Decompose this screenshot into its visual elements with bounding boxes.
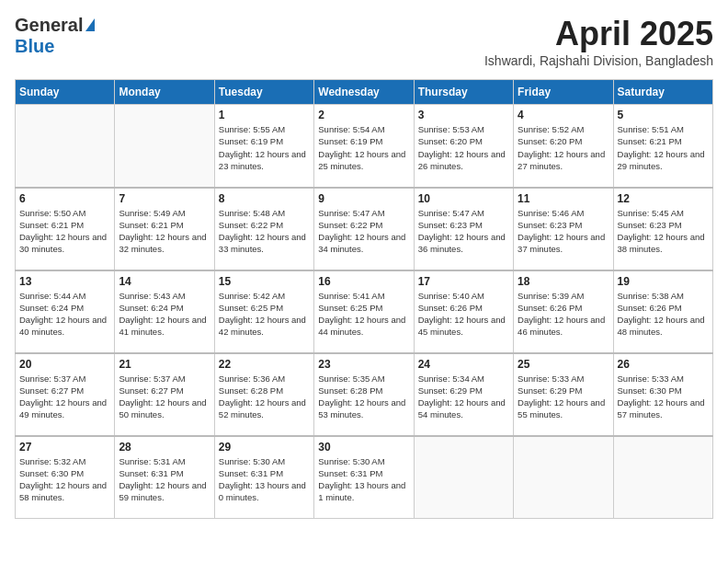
sunset-text: Sunset: 6:25 PM: [318, 302, 409, 314]
daylight-text: Daylight: 12 hours and 41 minutes.: [119, 314, 210, 339]
day-number: 19: [618, 275, 709, 288]
table-row: 4Sunrise: 5:52 AMSunset: 6:20 PMDaylight…: [514, 105, 613, 188]
table-row: [16, 105, 115, 188]
daylight-text: Daylight: 13 hours and 0 minutes.: [219, 479, 310, 504]
day-info: Sunrise: 5:46 AMSunset: 6:23 PMDaylight:…: [518, 207, 609, 256]
sunrise-text: Sunrise: 5:30 AM: [318, 455, 409, 467]
table-row: 17Sunrise: 5:40 AMSunset: 6:26 PMDayligh…: [414, 270, 513, 353]
sunset-text: Sunset: 6:29 PM: [518, 385, 609, 396]
calendar-header-saturday: Saturday: [613, 80, 712, 105]
sunset-text: Sunset: 6:22 PM: [318, 219, 409, 231]
table-row: [613, 436, 712, 519]
daylight-text: Daylight: 12 hours and 26 minutes.: [418, 148, 509, 173]
day-info: Sunrise: 5:54 AMSunset: 6:19 PMDaylight:…: [318, 123, 409, 172]
daylight-text: Daylight: 12 hours and 33 minutes.: [219, 231, 310, 256]
day-number: 13: [19, 275, 110, 288]
table-row: 5Sunrise: 5:51 AMSunset: 6:21 PMDaylight…: [613, 105, 712, 188]
sunset-text: Sunset: 6:23 PM: [518, 219, 609, 231]
month-year-title: April 2025: [484, 15, 713, 53]
sunset-text: Sunset: 6:27 PM: [119, 385, 210, 396]
sunrise-text: Sunrise: 5:35 AM: [318, 373, 409, 385]
sunrise-text: Sunrise: 5:34 AM: [418, 373, 509, 385]
sunset-text: Sunset: 6:21 PM: [19, 219, 110, 231]
sunrise-text: Sunrise: 5:36 AM: [219, 373, 310, 385]
sunrise-text: Sunrise: 5:42 AM: [219, 290, 310, 302]
table-row: 10Sunrise: 5:47 AMSunset: 6:23 PMDayligh…: [414, 188, 513, 270]
sunset-text: Sunset: 6:28 PM: [318, 385, 409, 396]
sunrise-text: Sunrise: 5:51 AM: [618, 123, 709, 135]
daylight-text: Daylight: 12 hours and 27 minutes.: [518, 148, 609, 173]
daylight-text: Daylight: 12 hours and 42 minutes.: [219, 314, 310, 339]
table-row: 1Sunrise: 5:55 AMSunset: 6:19 PMDaylight…: [214, 105, 313, 188]
calendar-header-tuesday: Tuesday: [214, 80, 313, 105]
day-number: 30: [318, 441, 409, 454]
table-row: 2Sunrise: 5:54 AMSunset: 6:19 PMDaylight…: [314, 105, 414, 188]
day-info: Sunrise: 5:53 AMSunset: 6:20 PMDaylight:…: [418, 123, 509, 172]
day-info: Sunrise: 5:45 AMSunset: 6:23 PMDaylight:…: [618, 207, 709, 256]
table-row: 11Sunrise: 5:46 AMSunset: 6:23 PMDayligh…: [514, 188, 613, 270]
table-row: 20Sunrise: 5:37 AMSunset: 6:27 PMDayligh…: [16, 353, 115, 436]
day-number: 8: [219, 192, 310, 205]
sunset-text: Sunset: 6:26 PM: [418, 302, 509, 314]
table-row: 7Sunrise: 5:49 AMSunset: 6:21 PMDaylight…: [115, 188, 214, 270]
calendar-header-friday: Friday: [514, 80, 613, 105]
day-info: Sunrise: 5:32 AMSunset: 6:30 PMDaylight:…: [19, 455, 110, 504]
daylight-text: Daylight: 12 hours and 49 minutes.: [19, 396, 110, 421]
logo-blue-text: Blue: [15, 36, 54, 57]
location-subtitle: Ishwardi, Rajshahi Division, Bangladesh: [484, 53, 713, 68]
daylight-text: Daylight: 12 hours and 58 minutes.: [19, 479, 110, 504]
table-row: 9Sunrise: 5:47 AMSunset: 6:22 PMDaylight…: [314, 188, 414, 270]
calendar-week-row: 6Sunrise: 5:50 AMSunset: 6:21 PMDaylight…: [16, 188, 713, 270]
day-number: 21: [119, 358, 210, 371]
daylight-text: Daylight: 12 hours and 34 minutes.: [318, 231, 409, 256]
sunset-text: Sunset: 6:27 PM: [19, 385, 110, 396]
sunrise-text: Sunrise: 5:47 AM: [418, 207, 509, 219]
day-info: Sunrise: 5:30 AMSunset: 6:31 PMDaylight:…: [219, 455, 310, 504]
logo-triangle-icon: [85, 18, 95, 31]
sunset-text: Sunset: 6:31 PM: [119, 467, 210, 479]
day-number: 28: [119, 441, 210, 454]
day-info: Sunrise: 5:48 AMSunset: 6:22 PMDaylight:…: [219, 207, 310, 256]
day-info: Sunrise: 5:33 AMSunset: 6:29 PMDaylight:…: [518, 373, 609, 421]
sunrise-text: Sunrise: 5:49 AM: [119, 207, 210, 219]
day-info: Sunrise: 5:43 AMSunset: 6:24 PMDaylight:…: [119, 290, 210, 339]
sunset-text: Sunset: 6:25 PM: [219, 302, 310, 314]
sunset-text: Sunset: 6:24 PM: [119, 302, 210, 314]
day-info: Sunrise: 5:50 AMSunset: 6:21 PMDaylight:…: [19, 207, 110, 256]
sunset-text: Sunset: 6:30 PM: [618, 385, 709, 396]
daylight-text: Daylight: 12 hours and 48 minutes.: [618, 314, 709, 339]
sunrise-text: Sunrise: 5:50 AM: [19, 207, 110, 219]
title-section: April 2025 Ishwardi, Rajshahi Division, …: [484, 15, 713, 68]
day-info: Sunrise: 5:36 AMSunset: 6:28 PMDaylight:…: [219, 373, 310, 421]
sunrise-text: Sunrise: 5:32 AM: [19, 455, 110, 467]
day-info: Sunrise: 5:42 AMSunset: 6:25 PMDaylight:…: [219, 290, 310, 339]
daylight-text: Daylight: 12 hours and 37 minutes.: [518, 231, 609, 256]
sunset-text: Sunset: 6:28 PM: [219, 385, 310, 396]
day-info: Sunrise: 5:30 AMSunset: 6:31 PMDaylight:…: [318, 455, 409, 504]
day-info: Sunrise: 5:51 AMSunset: 6:21 PMDaylight:…: [618, 123, 709, 172]
day-number: 11: [518, 192, 609, 205]
day-number: 10: [418, 192, 509, 205]
daylight-text: Daylight: 12 hours and 53 minutes.: [318, 396, 409, 421]
day-info: Sunrise: 5:44 AMSunset: 6:24 PMDaylight:…: [19, 290, 110, 339]
table-row: 18Sunrise: 5:39 AMSunset: 6:26 PMDayligh…: [514, 270, 613, 353]
logo-general-text: General: [15, 15, 83, 36]
table-row: 26Sunrise: 5:33 AMSunset: 6:30 PMDayligh…: [613, 353, 712, 436]
day-info: Sunrise: 5:49 AMSunset: 6:21 PMDaylight:…: [119, 207, 210, 256]
sunrise-text: Sunrise: 5:47 AM: [318, 207, 409, 219]
day-info: Sunrise: 5:34 AMSunset: 6:29 PMDaylight:…: [418, 373, 509, 421]
sunset-text: Sunset: 6:23 PM: [418, 219, 509, 231]
logo: General Blue: [15, 15, 95, 57]
day-info: Sunrise: 5:52 AMSunset: 6:20 PMDaylight:…: [518, 123, 609, 172]
day-number: 2: [318, 109, 409, 121]
day-number: 12: [618, 192, 709, 205]
daylight-text: Daylight: 12 hours and 23 minutes.: [219, 148, 310, 173]
daylight-text: Daylight: 12 hours and 54 minutes.: [418, 396, 509, 421]
sunset-text: Sunset: 6:19 PM: [318, 135, 409, 147]
table-row: 8Sunrise: 5:48 AMSunset: 6:22 PMDaylight…: [214, 188, 313, 270]
day-number: 4: [518, 109, 609, 121]
sunset-text: Sunset: 6:21 PM: [618, 135, 709, 147]
calendar-week-row: 20Sunrise: 5:37 AMSunset: 6:27 PMDayligh…: [16, 353, 713, 436]
calendar-header-row: SundayMondayTuesdayWednesdayThursdayFrid…: [16, 80, 713, 105]
day-info: Sunrise: 5:47 AMSunset: 6:22 PMDaylight:…: [318, 207, 409, 256]
